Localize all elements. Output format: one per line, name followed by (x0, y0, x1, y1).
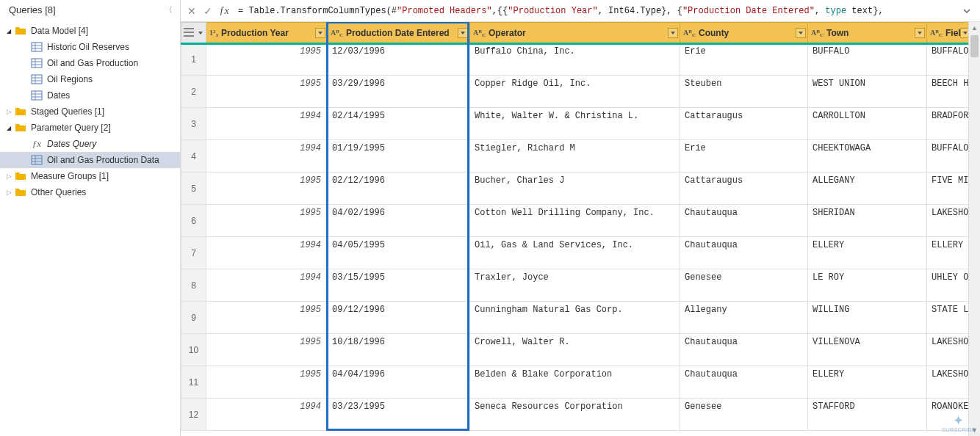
row-number[interactable]: 5 (181, 172, 206, 205)
cell-year[interactable]: 1995 (206, 205, 328, 237)
table-row[interactable]: 6199504/02/1996Cotton Well Drilling Comp… (181, 205, 969, 237)
cell-town[interactable]: VILLENOVA (808, 334, 927, 366)
cell-year[interactable]: 1995 (206, 302, 328, 334)
row-number[interactable]: 11 (181, 366, 206, 399)
tree-folder[interactable]: ◢Parameter Query [2] (0, 120, 180, 136)
cell-county[interactable]: Chautauqua (680, 205, 808, 237)
queries-tree[interactable]: ◢Data Model [4]Historic Oil ReservesOil … (0, 20, 180, 436)
cell-town[interactable]: ELLERY (808, 237, 927, 269)
chevron-right-icon[interactable]: ▷ (4, 189, 13, 196)
scroll-thumb[interactable] (970, 35, 979, 57)
table-row[interactable]: 7199404/05/1995Oil, Gas & Land Services,… (181, 237, 969, 269)
row-number[interactable]: 2 (181, 76, 206, 108)
row-number[interactable]: 7 (181, 237, 206, 269)
cell-date[interactable]: 10/18/1996 (328, 334, 470, 366)
cell-year[interactable]: 1995 (206, 366, 328, 399)
cell-year[interactable]: 1995 (206, 76, 328, 108)
cell-county[interactable]: Cattaraugus (680, 172, 808, 205)
column-header-field[interactable]: ABCField (927, 23, 969, 43)
cell-date[interactable]: 03/29/1996 (328, 76, 470, 108)
column-header-date[interactable]: ABCProduction Date Entered (328, 23, 470, 43)
table-row[interactable]: 10199510/18/1996Crowell, Walter R.Chauta… (181, 334, 969, 366)
cell-county[interactable]: Chautauqua (680, 237, 808, 269)
cell-town[interactable]: ALLEGANY (808, 172, 927, 205)
cell-date[interactable]: 01/19/1995 (328, 140, 470, 172)
cell-op[interactable]: White, Walter W. & Christina L. (470, 108, 680, 140)
table-corner-cell[interactable] (181, 23, 206, 43)
cell-op[interactable]: Stiegler, Richard M (470, 140, 680, 172)
cell-op[interactable]: Oil, Gas & Land Services, Inc. (470, 237, 680, 269)
cell-op[interactable]: Bucher, Charles J (470, 172, 680, 205)
tree-table-item[interactable]: Oil Regions (0, 71, 180, 87)
cell-year[interactable]: 1994 (206, 399, 328, 431)
cell-date[interactable]: 03/23/1995 (328, 399, 470, 431)
cell-town[interactable]: STAFFORD (808, 399, 927, 431)
scroll-up-icon[interactable]: ▲ (969, 22, 980, 34)
cell-year[interactable]: 1994 (206, 269, 328, 302)
cell-county[interactable]: Chautauqua (680, 366, 808, 399)
row-number[interactable]: 6 (181, 205, 206, 237)
dropdown-icon[interactable] (197, 29, 204, 37)
table-row[interactable]: 3199402/14/1995White, Walter W. & Christ… (181, 108, 969, 140)
cell-town[interactable]: ELLERY (808, 366, 927, 399)
cell-field[interactable]: LAKESHO (927, 366, 969, 399)
accept-formula-icon[interactable]: ✓ (200, 3, 216, 19)
column-header-year[interactable]: 123Production Year (206, 23, 328, 43)
cell-op[interactable]: Belden & Blake Corporation (470, 366, 680, 399)
cell-field[interactable]: LAKESHO (927, 205, 969, 237)
fx-icon[interactable]: ƒx (216, 3, 232, 19)
cell-op[interactable]: Seneca Resources Corporation (470, 399, 680, 431)
cell-date[interactable]: 02/12/1996 (328, 172, 470, 205)
chevron-down-icon[interactable]: ◢ (4, 125, 13, 131)
table-row[interactable]: 8199403/15/1995Traxler, JoyceGeneseeLE R… (181, 269, 969, 302)
cell-field[interactable]: BUFFALO (927, 140, 969, 172)
cell-op[interactable]: Copper Ridge Oil, Inc. (470, 76, 680, 108)
expand-formula-icon[interactable] (959, 4, 974, 18)
cell-town[interactable]: WEST UNION (808, 76, 927, 108)
cell-year[interactable]: 1995 (206, 172, 328, 205)
cell-year[interactable]: 1994 (206, 140, 328, 172)
table-row[interactable]: 12199403/23/1995Seneca Resources Corpora… (181, 399, 969, 431)
cell-year[interactable]: 1995 (206, 334, 328, 366)
cell-county[interactable]: Steuben (680, 76, 808, 108)
cell-date[interactable]: 04/02/1996 (328, 205, 470, 237)
cell-date[interactable]: 09/12/1996 (328, 302, 470, 334)
row-number[interactable]: 1 (181, 43, 206, 76)
cell-op[interactable]: Traxler, Joyce (470, 269, 680, 302)
row-number[interactable]: 9 (181, 302, 206, 334)
cell-field[interactable]: BUFFALO (927, 43, 969, 76)
cell-field[interactable]: UHLEY O (927, 269, 969, 302)
tree-folder[interactable]: ▷Measure Groups [1] (0, 168, 180, 184)
row-number[interactable]: 10 (181, 334, 206, 366)
chevron-right-icon[interactable]: ▷ (4, 172, 13, 180)
filter-dropdown-icon[interactable] (315, 28, 325, 38)
formula-text[interactable]: = Table.TransformColumnTypes(#"Promoted … (232, 6, 959, 16)
collapse-panel-icon[interactable]: 〈 (165, 4, 173, 15)
cell-date[interactable]: 12/03/1996 (328, 43, 470, 76)
tree-table-item[interactable]: Historic Oil Reserves (0, 39, 180, 55)
filter-dropdown-icon[interactable] (960, 28, 968, 38)
table-row[interactable]: 4199401/19/1995Stiegler, Richard MErieCH… (181, 140, 969, 172)
row-number[interactable]: 4 (181, 140, 206, 172)
table-row[interactable]: 9199509/12/1996Cunningham Natural Gas Co… (181, 302, 969, 334)
cell-date[interactable]: 03/15/1995 (328, 269, 470, 302)
row-number[interactable]: 8 (181, 269, 206, 302)
cell-town[interactable]: BUFFALO (808, 43, 927, 76)
cell-op[interactable]: Cunningham Natural Gas Corp. (470, 302, 680, 334)
filter-dropdown-icon[interactable] (458, 28, 468, 38)
chevron-right-icon[interactable]: ▷ (4, 108, 13, 115)
filter-dropdown-icon[interactable] (796, 28, 806, 38)
cell-county[interactable]: Cattaraugus (680, 108, 808, 140)
chevron-down-icon[interactable]: ◢ (4, 28, 13, 34)
tree-table-item[interactable]: Oil and Gas Production Data (0, 152, 180, 168)
cancel-formula-icon[interactable]: ✕ (184, 3, 200, 19)
cell-year[interactable]: 1994 (206, 237, 328, 269)
cell-op[interactable]: Cotton Well Drilling Company, Inc. (470, 205, 680, 237)
cell-town[interactable]: CARROLLTON (808, 108, 927, 140)
cell-year[interactable]: 1995 (206, 43, 328, 76)
tree-folder[interactable]: ▷Other Queries (0, 184, 180, 200)
column-header-town[interactable]: ABCTown (808, 23, 927, 43)
cell-date[interactable]: 04/04/1996 (328, 366, 470, 399)
cell-field[interactable]: LAKESHO (927, 334, 969, 366)
table-row[interactable]: 5199502/12/1996Bucher, Charles JCattarau… (181, 172, 969, 205)
